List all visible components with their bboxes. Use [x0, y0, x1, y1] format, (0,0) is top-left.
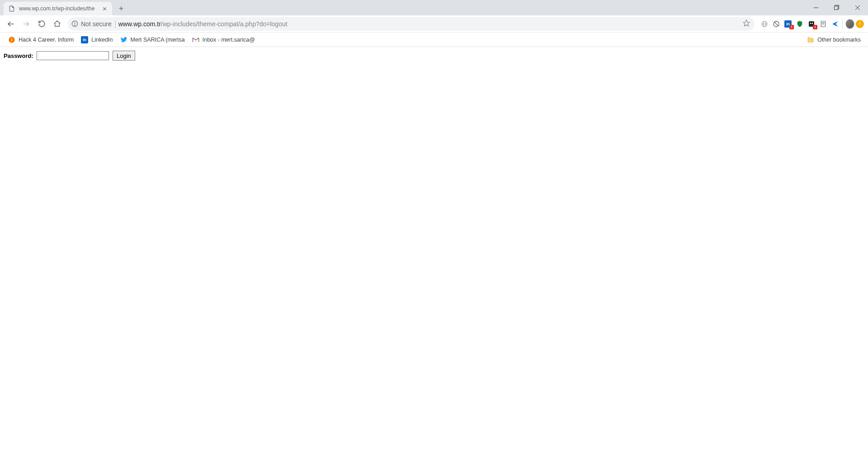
- svg-rect-4: [835, 6, 838, 10]
- browser-tab[interactable]: www.wp.com.tr/wp-includes/the: [4, 2, 112, 15]
- folder-icon: [807, 36, 814, 43]
- linkedin-icon: in: [81, 36, 88, 43]
- bookmark-label: Hack 4 Career. Inform: [19, 37, 74, 43]
- other-bookmarks-label: Other bookmarks: [817, 37, 861, 43]
- forward-button[interactable]: [19, 17, 33, 31]
- svg-point-11: [75, 25, 75, 25]
- reload-button[interactable]: [34, 17, 49, 31]
- toolbar-separator: [842, 19, 843, 28]
- password-label: Password:: [4, 52, 33, 59]
- extension-dark-icon[interactable]: 1: [807, 19, 816, 28]
- toolbar: Not secure www.wp.com.tr/wp-includes/the…: [0, 15, 868, 33]
- extension-badge: 1: [789, 25, 794, 29]
- svg-text:in: in: [83, 38, 86, 42]
- gmail-icon: [192, 36, 199, 43]
- minimize-button[interactable]: [806, 0, 826, 15]
- orange-circle-icon: i: [8, 36, 15, 43]
- close-tab-icon[interactable]: [101, 5, 108, 12]
- back-button[interactable]: [4, 17, 18, 31]
- profile-avatar[interactable]: [845, 19, 854, 28]
- extension-send-icon[interactable]: [830, 19, 840, 28]
- other-bookmarks-button[interactable]: Other bookmarks: [804, 34, 863, 45]
- address-bar[interactable]: Not secure www.wp.com.tr/wp-includes/the…: [68, 17, 755, 31]
- bookmark-item[interactable]: Mert SARICA (mertsa: [117, 34, 189, 45]
- security-label: Not secure: [81, 20, 112, 28]
- extensions-row: in11: [760, 19, 840, 28]
- tab-strip: www.wp.com.tr/wp-includes/the +: [0, 0, 868, 15]
- extension-save-icon[interactable]: [819, 19, 828, 28]
- window-controls: [806, 0, 868, 15]
- alert-icon[interactable]: !: [855, 19, 864, 28]
- close-window-button[interactable]: [847, 0, 868, 15]
- bookmark-label: Inbox - mert.sarica@: [203, 37, 255, 43]
- bookmark-item[interactable]: Inbox - mert.sarica@: [189, 34, 259, 45]
- bookmark-label: LinkedIn: [91, 37, 113, 43]
- extension-block-icon[interactable]: [772, 19, 781, 28]
- login-button[interactable]: [113, 51, 135, 61]
- twitter-icon: [120, 36, 127, 43]
- bookmark-item[interactable]: inLinkedIn: [77, 34, 116, 45]
- svg-text:i: i: [11, 38, 13, 42]
- svg-marker-12: [743, 20, 749, 26]
- extension-idm-icon[interactable]: [760, 19, 769, 28]
- page-content: Password:: [0, 47, 868, 64]
- password-input[interactable]: [37, 51, 109, 60]
- url-text: www.wp.com.tr/wp-includes/theme-compat/a…: [118, 20, 740, 28]
- home-button[interactable]: [50, 17, 64, 31]
- extension-linkedin-icon[interactable]: in1: [783, 19, 793, 28]
- url-host: www.wp.com.tr: [118, 20, 161, 28]
- new-tab-button[interactable]: +: [115, 2, 127, 15]
- svg-point-21: [810, 23, 811, 24]
- maximize-button[interactable]: [826, 0, 847, 15]
- bookmarks-bar: iHack 4 Career. InforminLinkedInMert SAR…: [0, 33, 868, 47]
- security-indicator[interactable]: Not secure: [71, 20, 116, 28]
- page-icon: [8, 5, 15, 12]
- extension-shield-icon[interactable]: [795, 19, 804, 28]
- svg-point-22: [812, 23, 813, 24]
- extension-badge: 1: [813, 25, 817, 29]
- svg-line-17: [774, 22, 778, 26]
- bookmark-label: Mert SARICA (mertsa: [131, 37, 185, 43]
- url-path: /wp-includes/theme-compat/a.php?do=logou…: [161, 20, 288, 28]
- bookmark-star-icon[interactable]: [743, 19, 750, 28]
- bookmark-item[interactable]: iHack 4 Career. Inform: [5, 34, 77, 45]
- tab-title: www.wp.com.tr/wp-includes/the: [19, 5, 98, 12]
